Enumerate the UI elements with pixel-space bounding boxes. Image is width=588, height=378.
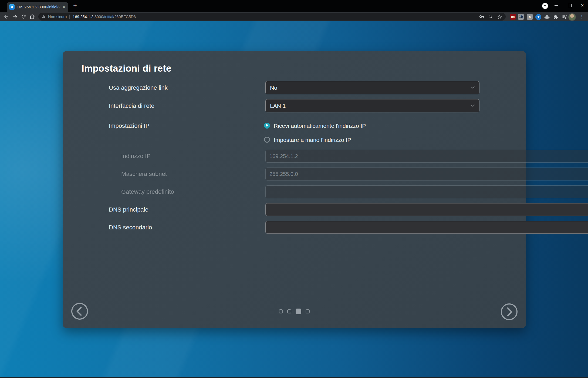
playlist-extension-icon[interactable] [562,14,567,21]
dns-secondary-label: DNS secondario [109,221,152,234]
omnibox-divider [69,15,70,19]
site-favicon-icon: A [9,4,15,10]
radio-auto-ip-label[interactable]: Ricevi automaticamente l'indirizzo IP [274,121,366,131]
window-maximize-button[interactable] [568,4,572,7]
back-button[interactable] [3,14,9,20]
pagination-dot-4[interactable] [306,309,310,313]
window-close-button[interactable]: ✕ [580,3,584,8]
gateway-label: Gateway predefinito [121,185,174,198]
tab-close-icon[interactable]: ✕ [62,5,66,9]
ip-settings-label: Impostazioni IP [109,121,149,131]
pagination-dot-3-active[interactable] [296,309,301,314]
radio-dot [266,124,268,126]
browser-tab[interactable]: A 169.254.1.2:8000/initial/?60EFC5D3 ✕ [7,2,68,12]
browser-menu-icon[interactable]: ⋮ [579,14,584,20]
link-aggregation-value: No [270,85,471,91]
extensions-puzzle-icon[interactable] [553,14,558,21]
gateway-input[interactable] [265,185,588,198]
ip-address-input[interactable] [265,150,588,163]
setup-wizard-card: Impostazioni di rete Usa aggregazione li… [63,51,526,328]
radio-manual-ip[interactable] [264,137,270,143]
pagination-dot-1[interactable] [279,309,283,313]
ublock-extension-icon[interactable]: UO [510,14,516,20]
home-button[interactable] [29,14,35,20]
next-step-button[interactable] [500,303,518,321]
tab-title: 169.254.1.2:8000/initial/?60EFC5D3 [17,2,60,12]
security-label: Non sicuro [48,15,67,19]
url-host: 169.254.1.2 [73,15,93,19]
pagination-dots [279,309,310,314]
ip-address-label: Indirizzo IP [121,150,151,163]
window-minimize-button[interactable] [555,5,558,6]
url-path: :8000/initial/?60EFC5D3 [93,15,136,19]
interface-value: LAN 1 [270,103,471,109]
blue-extension-icon[interactable]: ✚ [535,14,541,20]
bookmark-star-icon[interactable] [497,14,502,19]
browser-update-icon[interactable] [542,3,548,9]
chevron-down-icon [471,86,475,89]
dns-secondary-input[interactable] [265,221,588,234]
subnet-mask-label: Maschera subnet [121,168,167,180]
hat-extension-icon[interactable] [544,15,550,20]
h-extension-icon[interactable]: h [527,14,533,20]
dns-primary-label: DNS principale [109,203,148,216]
browser-toolbar: Non sicuro 169.254.1.2 :8000/initial/?60… [0,12,588,21]
link-aggregation-label: Usa aggregazione link [109,81,168,94]
page-title: Impostazioni di rete [82,63,171,74]
zoom-icon[interactable] [488,14,493,19]
radio-manual-ip-label[interactable]: Impostare a mano l'indirizzo IP [274,135,351,145]
forward-button[interactable] [12,14,18,20]
page-background: Impostazioni di rete Usa aggregazione li… [0,21,588,377]
subnet-mask-input[interactable] [265,168,588,180]
password-key-icon[interactable] [479,14,484,19]
interface-select[interactable]: LAN 1 [265,99,479,112]
dns-primary-input[interactable] [265,203,588,216]
previous-step-button[interactable] [70,302,89,320]
tab-strip: A 169.254.1.2:8000/initial/?60EFC5D3 ✕ +… [0,0,588,12]
new-tab-button[interactable]: + [71,2,79,10]
warning-icon [42,15,46,19]
interface-label: Interfaccia di rete [109,99,154,112]
address-bar[interactable]: Non sicuro 169.254.1.2 :8000/initial/?60… [38,13,506,21]
profile-avatar[interactable] [568,13,576,21]
pagination-dot-2[interactable] [287,309,291,313]
tab-title-fade [56,2,61,12]
tab-extension-icon[interactable]: 1b [518,14,524,20]
radio-auto-ip[interactable] [264,123,270,129]
reload-button[interactable] [21,14,27,20]
taskbar-edge [0,377,588,378]
caret-down-icon [544,5,546,7]
chevron-down-icon [471,105,475,107]
link-aggregation-select[interactable]: No [265,81,479,94]
